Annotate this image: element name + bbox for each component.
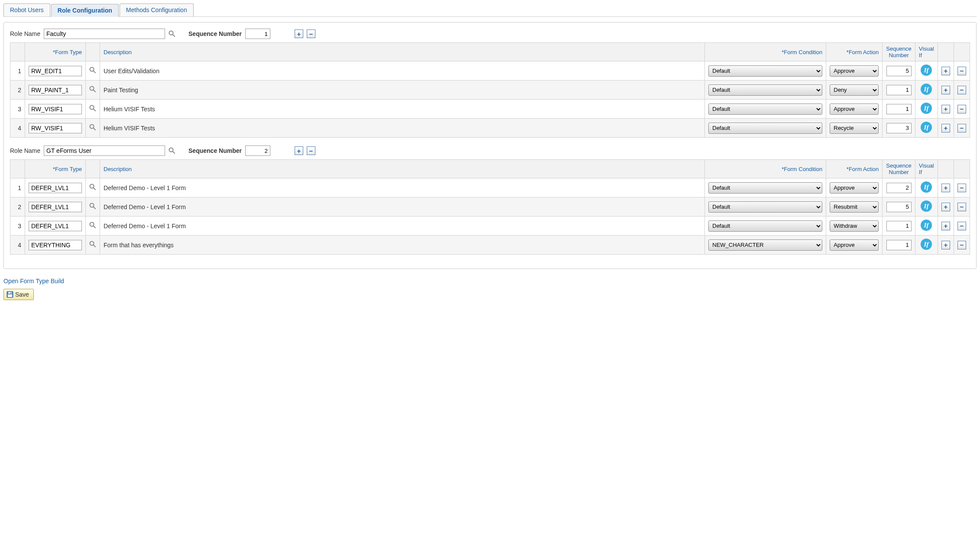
role-header: Role NameSequence Number+− [10,145,970,156]
form-type-input[interactable] [29,123,82,133]
save-button[interactable]: Save [3,289,34,300]
row-add-button[interactable]: + [941,86,950,94]
form-type-input[interactable] [29,202,82,212]
row-remove-button[interactable]: − [957,241,966,249]
form-type-lookup-icon[interactable] [89,222,96,229]
form-action-select[interactable]: Resubmit [830,201,879,213]
sequence-input[interactable] [886,104,912,114]
row-add-button[interactable]: + [941,241,950,249]
visual-if-icon[interactable]: If [920,109,932,116]
form-action-select[interactable]: Withdraw [830,220,879,232]
open-form-type-build-link[interactable]: Open Form Type Build [3,278,64,284]
svg-line-3 [94,71,95,73]
form-type-input[interactable] [29,66,82,76]
sequence-input[interactable] [886,221,912,231]
row-remove-button[interactable]: − [957,67,966,75]
svg-text:If: If [924,67,930,74]
row-number: 2 [10,197,25,217]
sequence-input[interactable] [886,85,912,95]
form-type-input[interactable] [29,183,82,193]
form-condition-select[interactable]: Default [708,123,822,134]
svg-point-24 [90,204,94,207]
sequence-input[interactable] [886,66,912,76]
sequence-input[interactable] [886,240,912,250]
role-name-input[interactable] [44,145,165,156]
row-remove-button[interactable]: − [957,203,966,211]
row-remove-button[interactable]: − [957,105,966,113]
form-action-select[interactable]: Deny [830,84,879,96]
form-action-select[interactable]: Approve [830,239,879,251]
form-type-input[interactable] [29,221,82,231]
sequence-input[interactable] [886,183,912,193]
form-type-lookup-icon[interactable] [89,67,96,74]
col-form-condition: *Form Condition [705,43,826,61]
svg-line-1 [173,35,175,36]
tab-role-configuration[interactable]: Role Configuration [51,4,119,17]
svg-point-10 [90,106,94,110]
visual-if-icon[interactable]: If [920,128,932,135]
sequence-input[interactable] [886,123,912,133]
row-add-button[interactable]: + [941,67,950,75]
save-icon [6,291,13,298]
role-add-button[interactable]: + [295,29,303,38]
row-add-button[interactable]: + [941,184,950,192]
row-remove-button[interactable]: − [957,124,966,133]
row-remove-button[interactable]: − [957,222,966,230]
visual-if-icon[interactable]: If [920,245,932,252]
sequence-input[interactable] [886,202,912,212]
row-add-button[interactable]: + [941,124,950,133]
sequence-number-input[interactable] [245,29,270,39]
row-number: 3 [10,217,25,236]
form-condition-select[interactable]: Default [708,220,822,232]
row-add-button[interactable]: + [941,203,950,211]
form-type-input[interactable] [29,104,82,114]
col-sequence-number: Sequence Number [883,43,915,61]
row-number: 2 [10,81,25,100]
form-rules-table: *Form TypeDescription*Form Condition*For… [10,159,970,255]
description-cell: Helium VISIF Tests [100,119,705,138]
row-remove-button[interactable]: − [957,86,966,94]
row-add-button[interactable]: + [941,105,950,113]
description-cell: Deferred Demo - Level 1 Form [100,178,705,197]
form-condition-select[interactable]: Default [708,201,822,213]
role-remove-button[interactable]: − [307,29,315,38]
form-condition-select[interactable]: Default [708,103,822,115]
role-name-lookup-icon[interactable] [169,30,175,37]
form-action-select[interactable]: Approve [830,182,879,194]
svg-point-14 [90,125,94,129]
role-add-button[interactable]: + [295,146,303,155]
row-add-button[interactable]: + [941,222,950,230]
form-type-lookup-icon[interactable] [89,241,96,248]
form-type-input[interactable] [29,85,82,95]
form-action-select[interactable]: Approve [830,65,879,77]
row-remove-button[interactable]: − [957,184,966,192]
form-condition-select[interactable]: NEW_CHARACTER [708,239,822,251]
tab-robot-users[interactable]: Robot Users [3,3,50,16]
tab-methods-configuration[interactable]: Methods Configuration [120,3,194,16]
form-action-select[interactable]: Approve [830,103,879,115]
form-condition-select[interactable]: Default [708,84,822,96]
role-name-input[interactable] [44,29,165,39]
visual-if-icon[interactable]: If [920,226,932,233]
svg-line-11 [94,109,95,111]
form-type-lookup-icon[interactable] [89,124,96,131]
sequence-number-input[interactable] [245,145,270,156]
form-type-lookup-icon[interactable] [89,203,96,210]
form-condition-select[interactable]: Default [708,182,822,194]
visual-if-icon[interactable]: If [920,187,932,194]
form-type-input[interactable] [29,240,82,250]
form-condition-select[interactable]: Default [708,65,822,77]
form-type-lookup-icon[interactable] [89,184,96,191]
role-remove-button[interactable]: − [307,146,315,155]
form-action-select[interactable]: Recycle [830,123,879,134]
role-name-label: Role Name [10,30,40,37]
description-cell: Paint Testing [100,81,705,100]
visual-if-icon[interactable]: If [920,71,932,78]
visual-if-icon[interactable]: If [920,207,932,213]
visual-if-icon[interactable]: If [920,90,932,97]
role-name-lookup-icon[interactable] [169,147,175,154]
role-name-label: Role Name [10,147,40,154]
form-type-lookup-icon[interactable] [89,86,96,93]
form-type-lookup-icon[interactable] [89,105,96,112]
tab-bar: Robot Users Role Configuration Methods C… [3,3,977,17]
